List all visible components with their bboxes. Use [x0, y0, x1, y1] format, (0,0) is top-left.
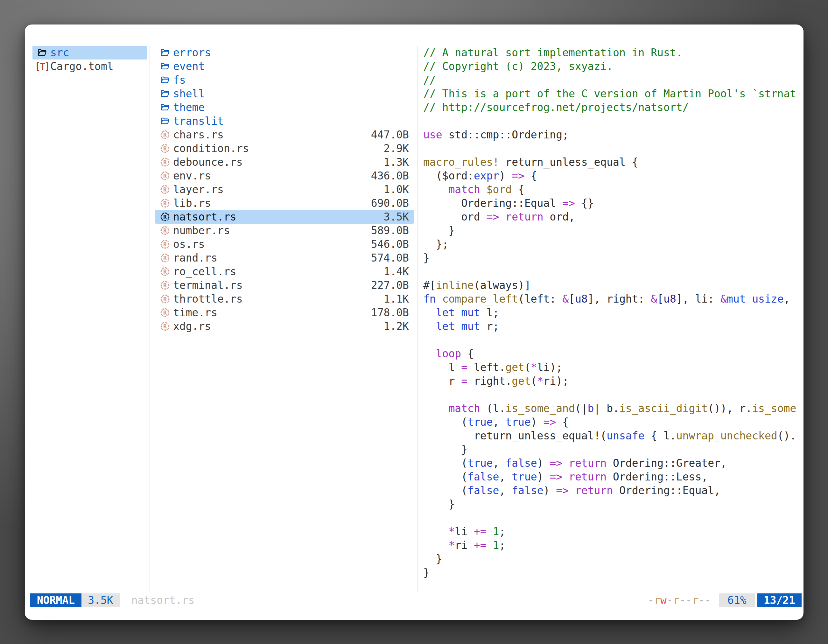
mode-badge: NORMAL	[30, 594, 82, 607]
file-name: Cargo.toml	[50, 60, 114, 72]
rust-icon: R	[160, 184, 170, 195]
folder-row[interactable]: translit	[155, 114, 414, 128]
folder-row[interactable]: errors	[155, 46, 414, 60]
rust-icon: R	[160, 130, 170, 140]
code-line: }	[423, 497, 803, 511]
file-preview-pane: // A natural sort implementation in Rust…	[423, 46, 803, 593]
cursor-position-badge: 13/21	[757, 594, 801, 607]
folder-open-icon	[160, 61, 170, 72]
file-row[interactable]: [T]Cargo.toml	[33, 60, 147, 73]
file-size: 589.0B	[371, 224, 414, 237]
file-name: theme	[173, 101, 205, 114]
svg-text:R: R	[163, 200, 167, 207]
file-size: 3.5K	[384, 211, 414, 223]
rust-icon: R	[160, 321, 170, 332]
file-row[interactable]: Ros.rs546.0B	[155, 237, 414, 251]
file-size: 178.0B	[371, 306, 414, 319]
folder-row[interactable]: shell	[155, 87, 414, 100]
rust-icon: R	[160, 294, 170, 304]
file-row[interactable]: Rcondition.rs2.9K	[155, 142, 414, 155]
file-permissions: -rw-r--r--	[648, 594, 711, 606]
yazi-window: src[T]Cargo.toml errorseventfsshelltheme…	[25, 25, 803, 620]
rust-icon: R	[160, 307, 170, 318]
code-line: // Copyright (c) 2023, sxyazi.	[423, 60, 803, 73]
file-name: fs	[173, 74, 186, 86]
code-line	[423, 142, 803, 155]
rust-icon: R	[160, 280, 170, 291]
folder-row[interactable]: theme	[155, 100, 414, 114]
file-name: errors	[173, 47, 211, 59]
folder-open-icon	[160, 75, 170, 86]
file-name: event	[173, 60, 205, 72]
folder-row[interactable]: fs	[155, 73, 414, 87]
file-name: os.rs	[173, 238, 205, 251]
folder-open-icon	[160, 116, 170, 127]
code-line: (false, false) => return Ordering::Equal…	[423, 484, 803, 497]
folder-row[interactable]: src	[33, 46, 147, 60]
folder-open-icon	[160, 47, 170, 58]
file-row[interactable]: Rxdg.rs1.2K	[155, 320, 414, 333]
file-size: 436.0B	[371, 169, 414, 182]
file-name: rand.rs	[173, 252, 217, 264]
code-line: Ordering::Equal => {}	[423, 196, 803, 210]
file-name: env.rs	[173, 169, 211, 182]
file-row[interactable]: Rlayer.rs1.0K	[155, 183, 414, 196]
svg-text:R: R	[163, 241, 167, 248]
code-line: }	[423, 251, 803, 265]
code-line: *ri += 1;	[423, 538, 803, 552]
file-row[interactable]: Rchars.rs447.0B	[155, 128, 414, 142]
code-line: }	[423, 552, 803, 566]
folder-row[interactable]: event	[155, 60, 414, 73]
code-line: (true, true) => {	[423, 415, 803, 429]
code-line: loop {	[423, 347, 803, 360]
svg-text:R: R	[163, 309, 167, 316]
code-line: ord => return ord,	[423, 210, 803, 224]
file-row[interactable]: Rthrottle.rs1.1K	[155, 292, 414, 306]
file-size: 1.0K	[384, 183, 414, 196]
code-line: //	[423, 73, 803, 87]
code-line: };	[423, 237, 803, 251]
file-row[interactable]: Rro_cell.rs1.4K	[155, 265, 414, 278]
file-name: ro_cell.rs	[173, 265, 237, 278]
file-size: 447.0B	[371, 128, 414, 141]
file-name: time.rs	[173, 306, 217, 319]
file-size: 690.0B	[371, 197, 414, 209]
folder-open-icon	[160, 88, 170, 99]
file-size: 1.4K	[384, 265, 414, 278]
file-row[interactable]: Rterminal.rs227.0B	[155, 278, 414, 292]
code-line: (true, false) => return Ordering::Greate…	[423, 456, 803, 470]
svg-text:R: R	[163, 213, 167, 220]
file-name: translit	[173, 115, 224, 127]
svg-text:R: R	[163, 268, 167, 275]
pane-divider-left	[149, 46, 150, 592]
svg-text:R: R	[163, 145, 167, 152]
file-row[interactable]: Rdebounce.rs1.3K	[155, 155, 414, 169]
status-filename: natsort.rs	[132, 594, 195, 606]
file-name: shell	[173, 88, 205, 100]
code-line: (false, true) => return Ordering::Less,	[423, 470, 803, 484]
code-line: let mut r;	[423, 320, 803, 333]
svg-text:R: R	[163, 296, 167, 302]
file-size: 1.3K	[384, 156, 414, 168]
file-name: chars.rs	[173, 128, 224, 141]
file-row[interactable]: Renv.rs436.0B	[155, 169, 414, 183]
file-name: number.rs	[173, 224, 230, 237]
rust-icon: R	[160, 198, 170, 209]
svg-text:R: R	[163, 227, 167, 234]
file-row[interactable]: Rnatsort.rs3.5K	[155, 210, 414, 224]
desktop-background: { "app": "yazi-file-manager", "colors": …	[0, 0, 828, 644]
svg-text:R: R	[163, 172, 167, 179]
folder-open-icon	[37, 47, 47, 58]
file-row[interactable]: Rnumber.rs589.0B	[155, 224, 414, 237]
rust-icon: R	[160, 266, 170, 277]
code-line: // This is a port of the C version of Ma…	[423, 87, 803, 100]
code-line	[423, 388, 803, 401]
rust-icon: R	[160, 253, 170, 263]
rust-icon: R	[160, 143, 170, 154]
file-row[interactable]: Rlib.rs690.0B	[155, 196, 414, 210]
file-row[interactable]: Rtime.rs178.0B	[155, 306, 414, 320]
file-size: 1.1K	[384, 293, 414, 305]
rust-icon: R	[160, 171, 170, 181]
svg-text:R: R	[163, 186, 167, 193]
file-row[interactable]: Rrand.rs574.0B	[155, 251, 414, 265]
